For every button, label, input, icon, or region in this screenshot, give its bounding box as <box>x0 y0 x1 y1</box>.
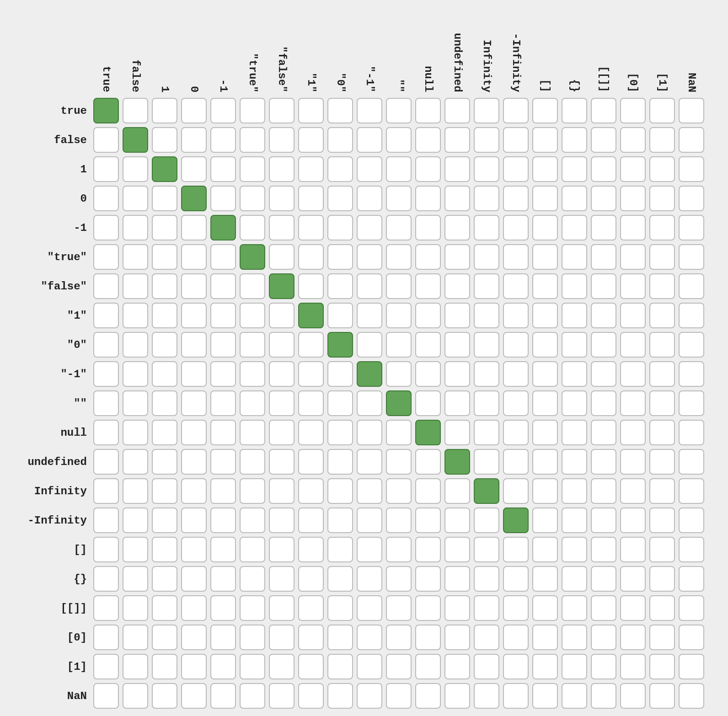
cell-false <box>649 478 675 504</box>
cell-false <box>210 625 236 650</box>
cell-false <box>210 186 236 211</box>
cell <box>296 242 326 272</box>
cell-false <box>591 508 616 533</box>
cell-false <box>474 537 499 562</box>
cell-false <box>649 420 675 445</box>
cell <box>589 125 618 155</box>
cell <box>296 155 326 184</box>
table-row: [0] <box>0 623 706 652</box>
cell-false <box>444 537 470 562</box>
cell <box>648 535 677 564</box>
cell <box>501 389 530 418</box>
cell <box>355 447 384 476</box>
cell-false <box>181 420 207 445</box>
cell-false <box>562 683 587 709</box>
cell-false <box>210 361 236 387</box>
cell-false <box>620 361 646 387</box>
row-header-label: NaN <box>67 690 87 702</box>
cell-false <box>679 156 704 182</box>
cell <box>648 359 677 389</box>
cell-false <box>503 537 529 562</box>
cell <box>355 652 384 681</box>
cell-false <box>269 186 294 211</box>
cell-false <box>591 98 616 123</box>
cell <box>443 506 472 535</box>
cell-false <box>357 566 382 592</box>
cell <box>384 242 413 272</box>
cell <box>677 213 706 242</box>
cell <box>443 184 472 213</box>
cell <box>326 593 355 623</box>
cell <box>530 476 560 506</box>
cell <box>238 652 267 681</box>
cell <box>677 535 706 564</box>
cell <box>648 623 677 652</box>
cell <box>560 652 589 681</box>
cell <box>530 447 560 476</box>
cell <box>150 389 179 418</box>
cell <box>238 242 267 272</box>
cell-false <box>240 595 265 621</box>
cell-false <box>591 420 616 445</box>
cell-false <box>532 127 558 153</box>
cell-false <box>181 478 207 504</box>
cell-false <box>649 449 675 475</box>
cell <box>179 652 209 681</box>
row-header: "" <box>0 389 91 418</box>
cell-false <box>181 244 207 270</box>
cell <box>238 418 267 447</box>
cell <box>648 272 677 301</box>
cell-false <box>444 390 470 416</box>
cell <box>413 389 443 418</box>
cell-false <box>503 361 529 387</box>
cell-false <box>679 186 704 211</box>
cell-false <box>444 303 470 328</box>
cell <box>209 155 238 184</box>
cell-false <box>327 654 353 679</box>
cell-false <box>415 98 441 123</box>
cell-false <box>123 683 148 709</box>
cell-false <box>649 683 675 709</box>
table-row: false <box>0 125 706 155</box>
cell <box>443 652 472 681</box>
cell <box>121 447 150 476</box>
column-header-label: [1] <box>656 73 669 92</box>
cell <box>472 272 501 301</box>
cell <box>618 447 648 476</box>
cell <box>443 359 472 389</box>
cell <box>618 564 648 593</box>
table-row: "1" <box>0 301 706 330</box>
cell <box>443 272 472 301</box>
cell-false <box>269 390 294 416</box>
cell-false <box>679 683 704 709</box>
cell <box>413 506 443 535</box>
cell-false <box>620 390 646 416</box>
cell-false <box>240 98 265 123</box>
row-header: [] <box>0 535 91 564</box>
cell-false <box>386 537 412 562</box>
cell <box>150 272 179 301</box>
cell-false <box>503 449 529 475</box>
cell-false <box>240 625 265 650</box>
cell <box>384 593 413 623</box>
cell <box>560 272 589 301</box>
cell <box>179 681 209 711</box>
cell-false <box>210 566 236 592</box>
cell-false <box>532 303 558 328</box>
cell-false <box>269 595 294 621</box>
cell-false <box>620 537 646 562</box>
column-header-label: [] <box>539 79 551 92</box>
row-header: "1" <box>0 301 91 330</box>
cell-false <box>532 537 558 562</box>
cell-false <box>474 98 499 123</box>
cell-false <box>415 156 441 182</box>
cell-false <box>386 273 412 299</box>
cell-false <box>123 508 148 533</box>
cell-false <box>386 303 412 328</box>
cell-false <box>181 595 207 621</box>
cell-false <box>620 303 646 328</box>
cell-false <box>649 98 675 123</box>
cell <box>91 301 121 330</box>
cell-false <box>210 244 236 270</box>
cell <box>326 301 355 330</box>
